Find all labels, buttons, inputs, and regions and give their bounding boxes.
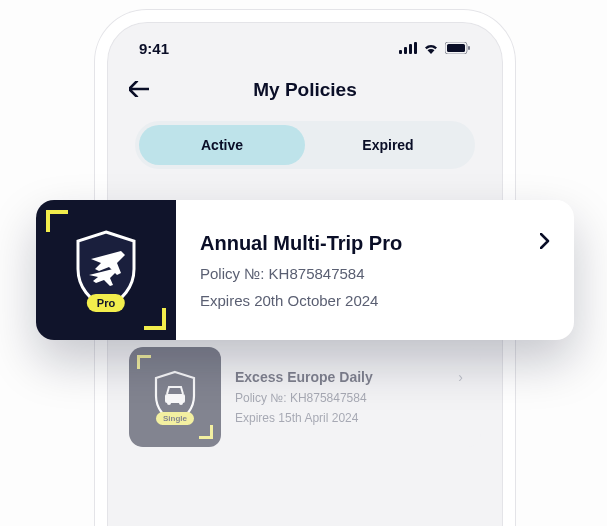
policy-card-body: Excess Europe Daily › Policy №: KH875847…	[235, 347, 481, 447]
svg-rect-5	[447, 44, 465, 52]
svg-rect-3	[414, 42, 417, 54]
frame-corner-icon	[144, 308, 166, 330]
status-indicators	[399, 40, 471, 57]
svg-rect-6	[468, 46, 470, 50]
svg-rect-0	[399, 50, 402, 54]
battery-icon	[445, 40, 471, 57]
policy-expiry: Expires 20th October 2024	[200, 292, 550, 309]
chevron-right-icon	[540, 233, 550, 254]
svg-rect-2	[409, 44, 412, 54]
policy-icon-tile: Single	[129, 347, 221, 447]
svg-point-8	[167, 401, 171, 405]
page-title: My Policies	[253, 79, 357, 101]
tabs: Active Expired	[135, 121, 475, 169]
frame-corner-icon	[199, 425, 213, 439]
policy-card-body: Annual Multi-Trip Pro Policy №: KH875847…	[176, 200, 574, 340]
policy-expiry: Expires 15th April 2024	[235, 411, 471, 425]
policy-badge: Single	[156, 412, 194, 425]
policy-list: Single Excess Europe Daily › Policy №: K…	[107, 329, 503, 465]
tab-active[interactable]: Active	[139, 125, 305, 165]
policy-card-highlighted[interactable]: Pro Annual Multi-Trip Pro Policy №: KH87…	[36, 200, 574, 340]
policy-title: Excess Europe Daily	[235, 369, 373, 385]
status-bar: 9:41	[107, 22, 503, 65]
signal-icon	[399, 40, 417, 57]
back-button[interactable]	[129, 77, 149, 103]
wifi-icon	[423, 40, 439, 57]
policy-number: Policy №: KH875847584	[200, 265, 550, 282]
svg-point-9	[179, 401, 183, 405]
chevron-right-icon: ›	[458, 369, 471, 385]
tab-expired[interactable]: Expired	[305, 125, 471, 165]
policy-badge: Pro	[87, 294, 125, 312]
policy-title: Annual Multi-Trip Pro	[200, 232, 402, 255]
header: My Policies	[107, 65, 503, 121]
policy-icon-tile: Pro	[36, 200, 176, 340]
svg-rect-1	[404, 47, 407, 54]
status-time: 9:41	[139, 40, 169, 57]
frame-corner-icon	[137, 355, 151, 369]
policy-card[interactable]: Single Excess Europe Daily › Policy №: K…	[129, 347, 481, 447]
frame-corner-icon	[46, 210, 68, 232]
policy-number: Policy №: KH875847584	[235, 391, 471, 405]
